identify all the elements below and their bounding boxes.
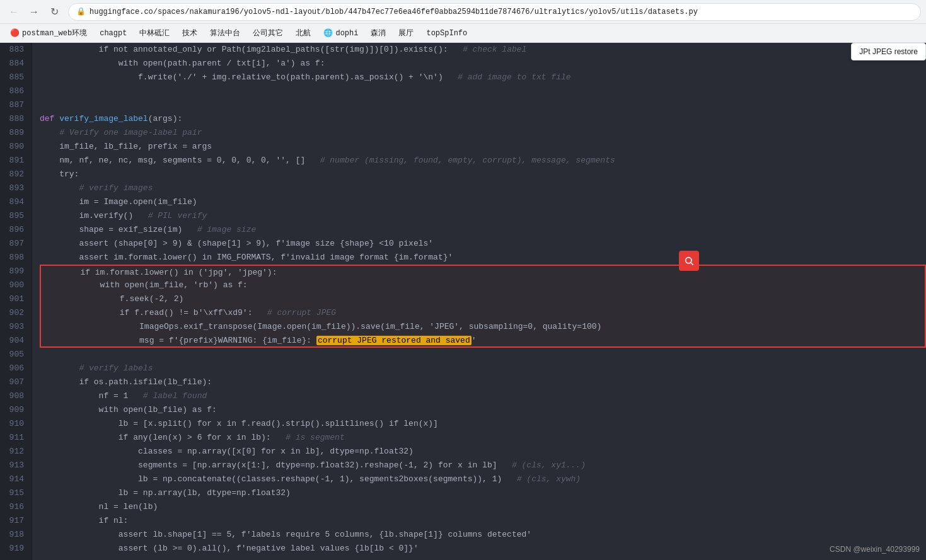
comment-text: # number (missing, found, empty, corrupt… — [320, 156, 615, 165]
line-content: assert im.format.lower() in IMG_FORMATS,… — [40, 251, 926, 265]
table-row — [40, 84, 926, 98]
forward-button[interactable]: → — [25, 3, 43, 21]
line-number: 899 — [0, 265, 32, 278]
code-text: assert lb.shape[1] == 5, f'labels requir… — [40, 530, 531, 539]
line-number: 916 — [0, 500, 32, 514]
browser-chrome: ← → ↻ 🔒 huggingface.co/spaces/nakamura19… — [0, 0, 926, 24]
main-content: JPt JPEG restore 88388488588688788888989… — [0, 43, 926, 560]
bookmark-icon: 🌐 — [323, 28, 333, 38]
address-bar[interactable]: 🔒 huggingface.co/spaces/nakamura196/yolo… — [68, 3, 921, 21]
bookmark-item[interactable]: 北航 — [291, 26, 316, 40]
line-number: 903 — [0, 320, 32, 334]
watermark: CSDN @weixin_40293999 — [830, 545, 920, 554]
line-content: # verify labels — [40, 362, 926, 375]
comment-text: # verify images — [79, 183, 153, 193]
keyword-text: def — [40, 114, 59, 123]
table-row: # Verify one image-label pair — [40, 126, 926, 140]
line-number: 908 — [0, 389, 32, 403]
code-lines[interactable]: if not annotated_only or Path(img2label_… — [32, 43, 926, 560]
table-row: assert (shape[0] > 9) & (shape[1] > 9), … — [40, 237, 926, 251]
tooltip-bubble: JPt JPEG restore — [851, 43, 926, 60]
bookmark-item[interactable]: chagpt — [95, 27, 132, 40]
table-row: with open(lb_file) as f: — [40, 403, 926, 417]
comment-text: # corrupt JPEG — [267, 308, 336, 317]
line-number: 901 — [0, 292, 32, 306]
code-text: with open(path.parent / txt[i], 'a') as … — [40, 59, 325, 68]
bookmark-item[interactable]: 🔴postman_web环境 — [5, 26, 92, 40]
code-text: (args): — [148, 114, 183, 123]
bookmark-item[interactable]: 森消 — [366, 26, 391, 40]
line-number: 911 — [0, 431, 32, 445]
bookmark-label: dophi — [335, 29, 358, 38]
table-row: assert (lb >= 0).all(), f'negative label… — [40, 542, 926, 556]
table-row: f.seek(-2, 2) — [40, 292, 926, 306]
line-content: lb = np.concatenate((classes.reshape(-1,… — [40, 472, 926, 486]
line-content: if nl: — [40, 514, 926, 528]
comment-text: # image size — [197, 225, 257, 234]
line-number: 885 — [0, 71, 32, 84]
bookmark-item[interactable]: 算法中台 — [205, 26, 245, 40]
table-row: nf = 1 # label found — [40, 389, 926, 403]
line-content: msg = f'{prefix}WARNING: {im_file}: corr… — [41, 334, 925, 346]
code-text: with open(im_file, 'rb') as f: — [41, 280, 248, 290]
line-content: if os.path.isfile(lb_file): — [40, 375, 926, 389]
bookmark-label: topSpInfo — [426, 29, 467, 38]
code-text: classes = np.array([x[0] for x in lb], d… — [40, 447, 414, 456]
table-row: ImageOps.exif_transpose(Image.open(im_fi… — [40, 320, 926, 334]
table-row: assert im.format.lower() in IMG_FORMATS,… — [40, 251, 926, 265]
code-text: ImageOps.exif_transpose(Image.open(im_fi… — [41, 322, 601, 331]
line-number: 904 — [0, 334, 32, 348]
line-number: 886 — [0, 84, 32, 98]
line-number: 914 — [0, 472, 32, 486]
table-row: assert lb.shape[1] == 5, f'labels requir… — [40, 528, 926, 542]
line-content: assert (shape[0] > 9) & (shape[1] > 9), … — [40, 237, 926, 251]
table-row: def verify_image_label(args): — [40, 112, 926, 126]
code-text: nm, nf, ne, nc, msg, segments = 0, 0, 0,… — [40, 156, 320, 165]
code-text: if f.read() != b'\xff\xd9': — [41, 308, 267, 317]
search-button[interactable] — [679, 251, 699, 271]
reload-button[interactable]: ↻ — [45, 3, 63, 21]
line-content: im.verify() # PIL verify — [40, 209, 926, 223]
line-content: if im.format.lower() in ('jpg', 'jpeg'): — [41, 266, 925, 278]
code-text: with open(lb_file) as f: — [40, 405, 217, 414]
code-text: ' — [472, 336, 477, 345]
line-content: lb = [x.split() for x in f.read().strip(… — [40, 417, 926, 431]
tooltip-text: JPt JPEG restore — [859, 47, 918, 56]
svg-point-0 — [686, 258, 692, 263]
line-content — [40, 84, 926, 98]
table-row: # verify images — [40, 181, 926, 195]
bookmark-item[interactable]: 中林砥汇 — [134, 26, 175, 40]
code-text: try: — [40, 169, 79, 179]
bookmark-item[interactable]: topSpInfo — [421, 27, 472, 40]
table-row: shape = exif_size(im) # image size — [40, 223, 926, 237]
code-text: if nl: — [40, 516, 128, 525]
table-row: if os.path.isfile(lb_file): — [40, 375, 926, 389]
table-row: f.write('./' + img.relative_to(path.pare… — [40, 71, 926, 84]
code-text: nl = len(lb) — [40, 502, 158, 511]
bookmark-item[interactable]: 公司其它 — [248, 26, 288, 40]
bookmark-item[interactable]: 展厅 — [393, 26, 419, 40]
back-button[interactable]: ← — [5, 3, 23, 21]
table-row: if im.format.lower() in ('jpg', 'jpeg'): — [40, 265, 926, 278]
comment-text: # add image to txt file — [458, 72, 570, 82]
code-text: if im.format.lower() in ('jpg', 'jpeg'): — [41, 268, 277, 277]
table-row: msg = f'{prefix}WARNING: {im_file}: corr… — [40, 334, 926, 348]
code-text: im = Image.open(im_file) — [40, 197, 197, 207]
line-content: with open(lb_file) as f: — [40, 403, 926, 417]
line-number: 883 — [0, 43, 32, 57]
code-text: lb = [x.split() for x in f.read().strip(… — [40, 419, 438, 428]
line-number: 888 — [0, 112, 32, 126]
table-row: with open(path.parent / txt[i], 'a') as … — [40, 57, 926, 71]
line-number: 906 — [0, 362, 32, 375]
line-content: def verify_image_label(args): — [40, 112, 926, 126]
bookmark-label: 中林砥汇 — [139, 28, 170, 38]
code-text: if not annotated_only or Path(img2label_… — [40, 45, 463, 54]
code-text: lb = np.concatenate((classes.reshape(-1,… — [40, 474, 517, 484]
bookmark-item[interactable]: 技术 — [177, 26, 202, 40]
line-content: if any(len(x) > 6 for x in lb): # is seg… — [40, 431, 926, 445]
bookmark-item[interactable]: 🌐dophi — [318, 26, 363, 40]
bookmarks-bar: 🔴postman_web环境chagpt中林砥汇技术算法中台公司其它北航🌐dop… — [0, 24, 926, 43]
bookmark-label: 森消 — [371, 28, 386, 38]
line-number: 902 — [0, 306, 32, 320]
line-content: # Verify one image-label pair — [40, 126, 926, 140]
